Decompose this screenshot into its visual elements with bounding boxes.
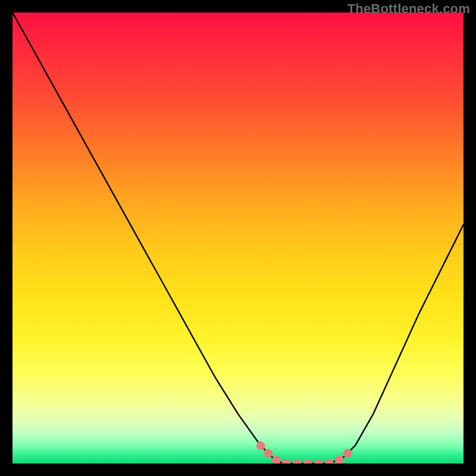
optimal-zone-highlight	[261, 446, 351, 464]
curve-layer	[12, 12, 464, 464]
chart-stage: TheBottleneck.com	[0, 0, 476, 476]
bottleneck-curve	[12, 12, 464, 464]
attribution-text: TheBottleneck.com	[347, 1, 470, 17]
plot-area	[12, 12, 464, 464]
